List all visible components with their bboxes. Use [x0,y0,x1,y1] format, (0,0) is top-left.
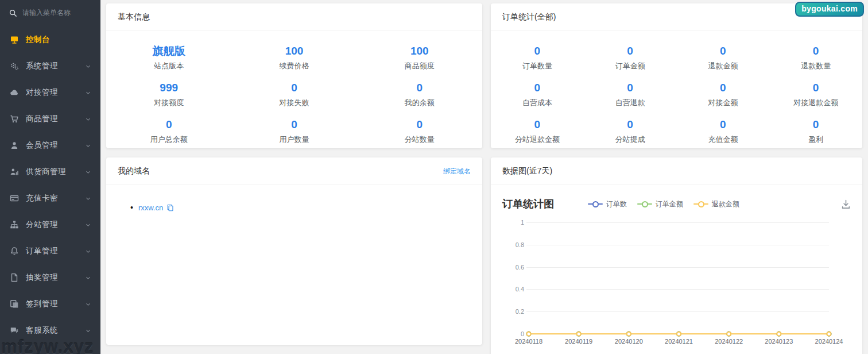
stat-label: 退款数量 [769,61,862,71]
card-header: 数据图(近7天) [491,157,862,184]
sidebar-item-cards[interactable]: 充值卡密 [0,185,100,211]
stat-cell: 旗舰版站点版本 [106,40,231,76]
stat-cell: 0自营成本 [491,76,584,113]
stat-value: 100 [357,44,482,58]
stat-label: 对接退款金额 [769,98,862,108]
stat-cell: 0分站提成 [584,113,677,150]
sidebar-item-members[interactable]: 会员管理 [0,132,100,159]
stat-value: 0 [584,81,677,95]
stat-value: 0 [584,44,677,58]
sidebar-item-suppliers[interactable]: 供货商管理 [0,159,100,185]
sidebar-item-products[interactable]: 商品管理 [0,106,100,132]
stat-value: 0 [491,44,584,58]
sidebar-item-label: 系统管理 [26,61,58,71]
stat-label: 分站提成 [584,134,677,145]
credit-card-icon [10,194,19,203]
stat-cell: 0订单金额 [584,40,677,76]
line-marker-icon [693,201,708,207]
bind-domain-link[interactable]: 绑定域名 [443,167,471,176]
stat-label: 订单金额 [584,61,677,71]
sidebar-item-checkin[interactable]: 签到管理 [0,291,100,317]
stat-label: 自营成本 [491,98,584,108]
copy-icon[interactable] [166,204,174,211]
chart-card: 数据图(近7天) 订单统计图 订单数 订单金额 退款金额 00.20.40.60… [491,157,862,354]
stat-value: 0 [677,81,770,95]
stat-value: 999 [106,81,231,95]
stat-cell: 100商品额度 [357,40,482,76]
legend-item-order-amount[interactable]: 订单金额 [637,199,683,209]
chevron-down-icon [85,116,91,122]
sidebar-item-lottery[interactable]: 抽奖管理 [0,264,100,291]
stat-cell: 0订单数量 [491,40,584,76]
sidebar-item-label: 会员管理 [26,140,58,151]
order-stats-card: 订单统计(全部) 0订单数量 0订单金额 0退款金额 0退款数量 0自营成本 0… [491,3,862,148]
stat-label: 充值金额 [677,134,770,145]
stat-value: 100 [231,44,356,58]
card-title: 基本信息 [118,12,150,22]
stat-label: 订单数量 [491,61,584,71]
domain-list: • rxxw.cn [106,184,482,212]
stat-value: 0 [491,81,584,95]
legend-label: 订单数 [606,199,627,209]
search-input[interactable] [22,9,86,17]
stat-cell: 0盈利 [769,113,862,150]
chevron-down-icon [85,248,91,255]
domain-item: • rxxw.cn [130,203,482,212]
sidebar-item-label: 订单管理 [26,246,58,256]
line-marker-icon [588,201,603,207]
sidebar-item-label: 充值卡密 [26,193,58,203]
stat-value: 0 [357,81,482,95]
legend-label: 退款金额 [712,199,739,209]
stat-value: 0 [231,81,356,95]
stat-cell: 0我的余额 [357,76,482,113]
legend-item-orders-count[interactable]: 订单数 [588,199,627,209]
sidebar-item-system[interactable]: 系统管理 [0,53,100,79]
stat-value: 0 [769,118,862,132]
sidebar-menu: 控制台 系统管理 对接管理 商品管理 会员管理 供货商管理 [0,26,100,344]
legend-item-refund-amount[interactable]: 退款金额 [693,199,739,209]
stat-value: 0 [491,118,584,132]
chart-legend: 订单数 订单金额 退款金额 [588,199,739,209]
basic-info-grid: 旗舰版站点版本 100续费价格 100商品额度 999对接额度 0对接失败 0我… [106,30,482,150]
stat-cell: 999对接额度 [106,76,231,113]
sidebar-item-label: 分站管理 [26,220,58,230]
stat-label: 用户总余额 [106,134,231,145]
stat-label: 商品额度 [357,61,482,71]
stat-value: 0 [584,118,677,132]
basic-info-card: 基本信息 旗舰版站点版本 100续费价格 100商品额度 999对接额度 0对接… [106,3,482,148]
stat-label: 对接额度 [106,98,231,108]
stat-cell: 0退款数量 [769,40,862,76]
stat-value: 0 [106,118,231,132]
bullet-dot: • [130,203,133,212]
menu-search[interactable] [0,0,100,25]
gears-icon [10,61,19,71]
stat-label: 对接金额 [677,98,770,108]
line-marker-icon [637,201,652,207]
stat-cell: 0自营退款 [584,76,677,113]
sidebar-item-label: 对接管理 [26,87,58,98]
copy-pages-icon [10,299,19,309]
sidebar-item-orders[interactable]: 订单管理 [0,238,100,264]
chevron-down-icon [85,222,91,228]
domains-card: 我的域名 绑定域名 • rxxw.cn [106,157,482,345]
stat-cell: 0退款金额 [677,40,770,76]
sidebar-item-docking[interactable]: 对接管理 [0,79,100,106]
sidebar-item-label: 抽奖管理 [26,272,58,283]
card-header: 我的域名 绑定域名 [106,157,482,184]
cart-icon [10,114,19,124]
stat-label: 自营退款 [584,98,677,108]
stat-cell: 100续费价格 [231,40,356,76]
stat-label: 分站数量 [357,134,482,145]
order-stats-grid: 0订单数量 0订单金额 0退款金额 0退款数量 0自营成本 0自营退款 0对接金… [491,30,862,150]
sidebar-item-substations[interactable]: 分站管理 [0,211,100,238]
sidebar-watermark: mfzyw.xyz [1,337,94,354]
sidebar-item-console[interactable]: 控制台 [0,26,100,53]
watermark-badge: bygoukai.com [795,2,864,17]
download-icon[interactable] [841,199,851,209]
stat-value: 0 [769,44,862,58]
stat-label: 对接失败 [231,98,356,108]
stat-cell: 0分站退款金额 [491,113,584,150]
stat-label: 站点版本 [106,61,231,71]
domain-link[interactable]: rxxw.cn [138,203,163,212]
chevron-down-icon [85,301,91,307]
